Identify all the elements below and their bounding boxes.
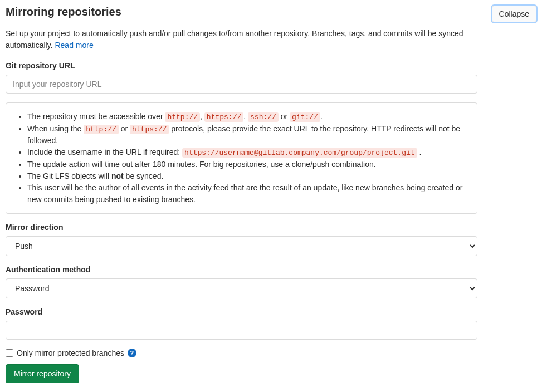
help-text: or (119, 124, 130, 133)
help-text: Include the username in the URL if requi… (27, 148, 182, 156)
help-text: . (320, 112, 323, 121)
collapse-button[interactable]: Collapse (492, 6, 536, 22)
password-label: Password (6, 307, 536, 316)
mirror-repository-button[interactable]: Mirror repository (6, 364, 79, 383)
code-https: https:// (204, 112, 243, 122)
help-item-redirects: When using the http:// or https:// proto… (27, 123, 469, 147)
password-input[interactable] (6, 321, 477, 340)
auth-method-label: Authentication method (6, 265, 536, 274)
code-https: https:// (130, 125, 169, 134)
help-item-author: This user will be the author of all even… (27, 182, 469, 205)
help-text: , (243, 112, 248, 121)
help-item-lfs: The Git LFS objects will not be synced. (27, 170, 469, 182)
code-http: http:// (165, 112, 200, 122)
mirror-direction-select[interactable]: Push (6, 236, 477, 256)
help-text: or (279, 112, 290, 121)
page-title: Mirroring repositories (6, 6, 121, 18)
code-ssh: ssh:// (248, 112, 279, 122)
read-more-link[interactable]: Read more (55, 41, 93, 50)
code-http: http:// (84, 125, 119, 134)
help-box: The repository must be accessible over h… (6, 102, 477, 214)
protected-branches-checkbox[interactable] (6, 349, 13, 357)
help-text: The Git LFS objects will (27, 171, 111, 180)
help-item-protocols: The repository must be accessible over h… (27, 111, 469, 123)
help-text: . (417, 148, 422, 156)
mirror-direction-label: Mirror direction (6, 223, 536, 232)
help-text: The repository must be accessible over (27, 112, 165, 121)
code-example-url: https://username@gitlab.company.com/grou… (182, 148, 417, 158)
help-text: , (200, 112, 204, 121)
help-item-timeout: The update action will time out after 18… (27, 159, 469, 170)
help-item-username: Include the username in the URL if requi… (27, 146, 469, 159)
help-text-not: not (111, 171, 124, 180)
help-icon[interactable]: ? (128, 349, 136, 357)
repo-url-input[interactable] (6, 75, 477, 94)
auth-method-select[interactable]: Password (6, 278, 477, 298)
code-git: git:// (290, 112, 320, 122)
protected-branches-label[interactable]: Only mirror protected branches (17, 349, 124, 357)
help-text: When using the (27, 124, 84, 133)
repo-url-label: Git repository URL (6, 61, 536, 70)
section-description: Set up your project to automatically pus… (6, 28, 479, 51)
help-text: be synced. (124, 171, 164, 180)
